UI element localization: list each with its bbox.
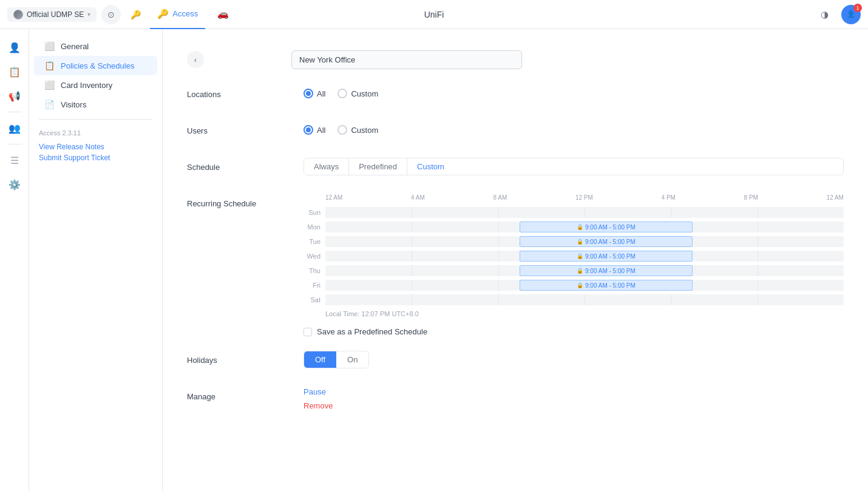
schedule-label: Schedule xyxy=(187,158,284,172)
users-label: Users xyxy=(187,121,284,135)
locations-custom-option[interactable]: Custom xyxy=(337,89,378,98)
schedule-block-thu[interactable]: 🔒 9:00 AM - 5:00 PM xyxy=(520,265,692,276)
schedule-block-tue[interactable]: 🔒 9:00 AM - 5:00 PM xyxy=(520,236,692,247)
sidebar-item-general[interactable]: ⬜ General xyxy=(34,36,157,56)
holidays-control: Off On xyxy=(303,351,844,368)
users-all-option[interactable]: All xyxy=(303,125,325,135)
main-layout: 👤 📋 📢 👥 ☰ ⚙️ ⬜ General 📋 Policies & Sche… xyxy=(0,29,868,491)
back-button[interactable]: ‹ xyxy=(187,51,204,68)
schedule-track-tue[interactable]: 🔒 9:00 AM - 5:00 PM xyxy=(325,236,844,247)
time-header: 12 AM 4 AM 8 AM 12 PM 4 PM 8 PM 12 AM xyxy=(325,194,844,201)
schedule-block-fri[interactable]: 🔒 9:00 AM - 5:00 PM xyxy=(520,280,692,291)
name-row: ‹ xyxy=(187,49,844,70)
settings-nav-icon[interactable]: ⊙ xyxy=(101,5,121,24)
notification-badge: 1 xyxy=(853,4,862,12)
sidebar-icon-people[interactable]: 👤 xyxy=(4,36,25,58)
locations-label: Locations xyxy=(187,85,284,99)
content-area: ‹ Locations All Custom xyxy=(163,29,868,491)
key-nav-icon[interactable]: 🔑 xyxy=(126,5,145,24)
holidays-off-btn[interactable]: Off xyxy=(304,351,336,368)
save-predefined-label: Save as a Predefined Schedule xyxy=(317,327,427,336)
icon-divider xyxy=(7,112,22,112)
block-tue-text: 9:00 AM - 5:00 PM xyxy=(585,239,636,245)
navbar: Official UDMP SE ▾ ⊙ 🔑 🔑 Access 🚗 UniFi … xyxy=(0,0,868,29)
locations-all-option[interactable]: All xyxy=(303,89,325,98)
schedule-custom-btn[interactable]: Custom xyxy=(407,158,454,175)
block-mon-text: 9:00 AM - 5:00 PM xyxy=(585,224,636,231)
visitors-icon: 📄 xyxy=(44,100,55,109)
locations-all-label: All xyxy=(317,89,325,98)
sidebar-icon-speaker[interactable]: 📢 xyxy=(4,85,25,107)
users-all-radio[interactable] xyxy=(303,125,313,135)
notification-icon: 👤 xyxy=(847,10,855,18)
sidebar-item-card-inventory[interactable]: ⬜ Card Inventory xyxy=(34,75,157,95)
local-time: Local Time: 12:07 PM UTC+8.0 xyxy=(325,310,844,317)
device-selector[interactable]: Official UDMP SE ▾ xyxy=(7,7,97,22)
schedule-track-sun[interactable] xyxy=(325,207,844,218)
access-icon: 🔑 xyxy=(157,8,169,19)
speaker-icon: 📢 xyxy=(8,90,21,102)
schedule-track-mon[interactable]: 🔒 9:00 AM - 5:00 PM xyxy=(325,222,844,232)
locations-control: All Custom xyxy=(303,85,844,98)
submit-support-link[interactable]: Submit Support Ticket xyxy=(29,152,162,163)
navbar-right: ◑ 👤 1 xyxy=(815,5,861,24)
users-custom-option[interactable]: Custom xyxy=(337,125,378,135)
notification-btn[interactable]: 👤 1 xyxy=(841,5,861,24)
schedule-btn-group: Always Predefined Custom xyxy=(303,158,844,175)
remove-link[interactable]: Remove xyxy=(303,401,844,410)
name-input[interactable] xyxy=(291,50,522,69)
sidebar-icon-settings[interactable]: ⚙️ xyxy=(4,174,25,195)
locations-all-radio[interactable] xyxy=(303,89,313,98)
schedule-track-fri[interactable]: 🔒 9:00 AM - 5:00 PM xyxy=(325,280,844,291)
sidebar-item-policies[interactable]: 📋 Policies & Schedules xyxy=(34,56,157,75)
schedule-track-sat[interactable] xyxy=(325,294,844,305)
holidays-on-btn[interactable]: On xyxy=(336,351,368,368)
schedule-predefined-btn[interactable]: Predefined xyxy=(349,158,407,175)
sidebar-icon-list[interactable]: ☰ xyxy=(4,149,25,171)
theme-toggle-btn[interactable]: ◑ xyxy=(815,5,834,24)
view-release-link[interactable]: View Release Notes xyxy=(29,141,162,152)
policy-icon: 📋 xyxy=(8,66,21,78)
users-all-label: All xyxy=(317,126,325,135)
block-wed-icon: 🔒 xyxy=(577,253,583,259)
users-custom-label: Custom xyxy=(351,126,378,135)
name-control xyxy=(291,50,844,69)
pause-link[interactable]: Pause xyxy=(303,387,844,396)
block-thu-text: 9:00 AM - 5:00 PM xyxy=(585,268,636,274)
time-4pm: 4 PM xyxy=(662,194,676,201)
sidebar-visitors-label: Visitors xyxy=(61,100,86,109)
day-fri: Fri xyxy=(303,282,325,289)
save-predefined-checkbox[interactable] xyxy=(303,328,312,336)
schedule-track-thu[interactable]: 🔒 9:00 AM - 5:00 PM xyxy=(325,265,844,276)
sidebar-item-visitors[interactable]: 📄 Visitors xyxy=(34,95,157,114)
schedule-row-tue: Tue 🔒 9:00 AM - 5:00 PM xyxy=(303,235,844,248)
schedule-always-btn[interactable]: Always xyxy=(304,158,349,175)
schedule-row-sat: Sat xyxy=(303,293,844,306)
icon-divider-2 xyxy=(7,144,22,144)
tab-access[interactable]: 🔑 Access xyxy=(150,0,205,29)
day-wed: Wed xyxy=(303,252,325,260)
locations-row: Locations All Custom xyxy=(187,85,844,107)
schedule-row-fri: Fri 🔒 9:00 AM - 5:00 PM xyxy=(303,279,844,292)
devices-icon: 🚗 xyxy=(217,8,229,19)
chevron-down-icon: ▾ xyxy=(87,11,90,18)
recurring-row: Recurring Schedule 12 AM 4 AM 8 AM 12 PM… xyxy=(187,194,844,336)
navbar-left: Official UDMP SE ▾ ⊙ 🔑 🔑 Access 🚗 xyxy=(7,0,236,29)
sidebar-icon-policy[interactable]: 📋 xyxy=(4,61,25,83)
block-tue-icon: 🔒 xyxy=(577,239,583,245)
locations-custom-label: Custom xyxy=(351,89,378,98)
schedule-grid: Sun Mon xyxy=(303,206,844,306)
holidays-row: Holidays Off On xyxy=(187,351,844,373)
schedule-track-wed[interactable]: 🔒 9:00 AM - 5:00 PM xyxy=(325,251,844,262)
tab-devices[interactable]: 🚗 xyxy=(210,0,236,29)
schedule-block-wed[interactable]: 🔒 9:00 AM - 5:00 PM xyxy=(520,251,692,262)
sidebar-icon-users[interactable]: 👥 xyxy=(4,117,25,139)
locations-radio-group: All Custom xyxy=(303,85,844,98)
block-wed-text: 9:00 AM - 5:00 PM xyxy=(585,253,636,260)
locations-custom-radio[interactable] xyxy=(337,89,347,98)
users-row: Users All Custom xyxy=(187,121,844,143)
users-custom-radio[interactable] xyxy=(337,125,347,135)
schedule-block-mon[interactable]: 🔒 9:00 AM - 5:00 PM xyxy=(520,222,692,232)
time-12am-start: 12 AM xyxy=(325,194,342,201)
save-predefined-row: Save as a Predefined Schedule xyxy=(303,327,844,336)
